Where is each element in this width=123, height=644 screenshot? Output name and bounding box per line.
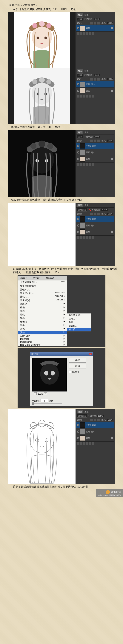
layer-row[interactable]: 图层2 副本 (76, 216, 114, 222)
tab-channels[interactable]: 通道 (84, 410, 89, 413)
eye-icon[interactable] (77, 231, 79, 233)
opacity-value[interactable]: 100% (94, 18, 100, 20)
eye-icon[interactable] (77, 158, 79, 160)
tab-channels[interactable]: 通道 (84, 131, 89, 134)
filter-menu-item[interactable]: Imagenomic▶ (18, 340, 67, 344)
lock-icon[interactable] (97, 212, 100, 215)
panel-icon[interactable] (86, 236, 88, 239)
layer-row[interactable]: 背景 (76, 88, 114, 94)
panel-icon[interactable] (80, 95, 82, 98)
filter-menu-item[interactable]: 杂色▶ (18, 327, 67, 331)
opacity-value[interactable]: 100% (98, 415, 104, 417)
layer-row[interactable]: 图层 副本 (76, 81, 114, 88)
filter-menu-item[interactable]: 扭曲▶ (18, 310, 67, 313)
filter-menu-item[interactable]: 其他▶ (18, 331, 67, 334)
layer-row[interactable]: 图层2 副本 (76, 143, 114, 149)
lock-icon[interactable] (97, 419, 100, 421)
ok-button[interactable]: 确定 (69, 358, 86, 363)
trash-icon[interactable] (92, 442, 94, 445)
panel-icon[interactable] (83, 442, 86, 445)
radius-slider[interactable] (32, 403, 62, 404)
filter-submenu-item[interactable]: 最大值... (67, 324, 91, 328)
menu-window[interactable]: 窗口(W) (46, 276, 54, 280)
filter-menu-item[interactable]: 视频▶ (18, 316, 67, 320)
filter-menu-item[interactable]: 转换为智能滤镜 (18, 284, 67, 288)
lock-icon[interactable] (94, 212, 96, 215)
tab-layers[interactable]: 图层 (77, 204, 82, 207)
fill-value[interactable]: 100% (107, 140, 113, 142)
opacity-value[interactable]: 100% (101, 208, 108, 211)
lock-icon[interactable] (97, 140, 100, 142)
zoom-out-button[interactable]: - (34, 392, 37, 395)
panel-icon[interactable] (86, 32, 88, 35)
eye-icon[interactable] (77, 83, 79, 86)
layer-row[interactable]: 图层 副本 (76, 222, 114, 229)
filter-menu-item[interactable]: 像素化▶ (18, 320, 67, 324)
tab-layers[interactable]: 图层 (77, 69, 82, 72)
blend-mode-select[interactable]: 颜色减淡 (77, 414, 87, 418)
tab-channels[interactable]: 通道 (84, 204, 89, 207)
eye-icon[interactable] (77, 430, 79, 433)
close-icon[interactable]: × (88, 353, 92, 355)
panel-icon[interactable] (83, 95, 86, 98)
panel-icon[interactable] (77, 236, 80, 239)
blend-mode-select[interactable]: 正常 (77, 74, 83, 77)
filter-menu-item[interactable]: 锐化▶ (18, 313, 67, 316)
lock-icon[interactable] (94, 419, 96, 421)
fill-value[interactable]: 100% (107, 22, 113, 24)
eye-icon[interactable] (77, 90, 79, 92)
tab-layers[interactable]: 图层 (77, 131, 82, 134)
trash-icon[interactable] (92, 163, 94, 166)
filter-menu-item[interactable]: 液化(L)...Shift+Ctrl+X (18, 295, 67, 298)
tab-channels[interactable]: 通道 (84, 13, 89, 16)
filter-menu-item[interactable]: Digimarc▶ (18, 338, 67, 340)
filter-submenu-item[interactable]: 高反差保留... (67, 314, 91, 317)
menu-view[interactable]: 视图(V) (33, 276, 40, 280)
radius-input[interactable]: 1 (40, 399, 48, 402)
lock-icon[interactable] (90, 419, 93, 421)
layer-row[interactable]: 图层2 副本 (76, 422, 114, 428)
filter-menu-item[interactable]: Red Giant Software▶ (18, 344, 67, 346)
fill-value[interactable]: 100% (107, 419, 113, 421)
fill-value[interactable]: 100% (107, 212, 113, 215)
lock-icon[interactable] (94, 22, 96, 24)
panel-icon[interactable] (86, 442, 88, 445)
panel-icon[interactable] (89, 95, 92, 98)
panel-icon[interactable] (83, 163, 86, 166)
opacity-value[interactable]: 100% (94, 136, 100, 138)
panel-icon[interactable] (80, 236, 82, 239)
fill-value[interactable]: 100% (107, 78, 113, 80)
panel-icon[interactable] (86, 163, 88, 166)
filter-menu-item[interactable]: 滤镜库(G)... (18, 288, 67, 292)
tab-layers[interactable]: 图层 (77, 13, 82, 16)
filter-menu-item[interactable]: 上次滤镜操作(F)Ctrl+F (18, 280, 67, 284)
filter-submenu-item[interactable]: 自定... (67, 320, 91, 324)
lock-icon[interactable] (90, 22, 93, 24)
panel-icon[interactable] (89, 32, 92, 35)
trash-icon[interactable] (92, 236, 94, 239)
cancel-button[interactable]: 取消 (69, 364, 86, 368)
panel-icon[interactable] (86, 95, 88, 98)
lock-icon[interactable] (94, 78, 96, 80)
filter-menu-item[interactable]: 消失点(V)...Alt+Ctrl+V (18, 298, 67, 302)
filter-menu-item[interactable]: Alien Skin▶ (18, 334, 67, 338)
lock-icon[interactable] (90, 212, 93, 215)
layer-row[interactable]: 背景 (76, 156, 114, 162)
blend-mode-select[interactable]: 颜色减淡 (77, 208, 87, 212)
panel-icon[interactable] (89, 236, 92, 239)
panel-icon[interactable] (89, 163, 92, 166)
lock-icon[interactable] (97, 78, 100, 80)
eye-icon[interactable] (77, 424, 79, 426)
panel-icon[interactable] (83, 32, 86, 35)
panel-icon[interactable] (77, 163, 80, 166)
preview-checkbox[interactable]: ✓ (69, 371, 71, 373)
filter-menu-item[interactable]: 风格化▶ (18, 302, 67, 306)
eye-icon[interactable] (77, 145, 79, 147)
eye-icon[interactable] (77, 218, 79, 220)
blend-mode-select[interactable]: 正常 (77, 135, 83, 138)
panel-icon[interactable] (80, 163, 82, 166)
tab-channels[interactable]: 通道 (84, 69, 89, 72)
eye-icon[interactable] (77, 151, 79, 154)
eye-icon[interactable] (77, 224, 79, 226)
trash-icon[interactable] (92, 95, 94, 98)
